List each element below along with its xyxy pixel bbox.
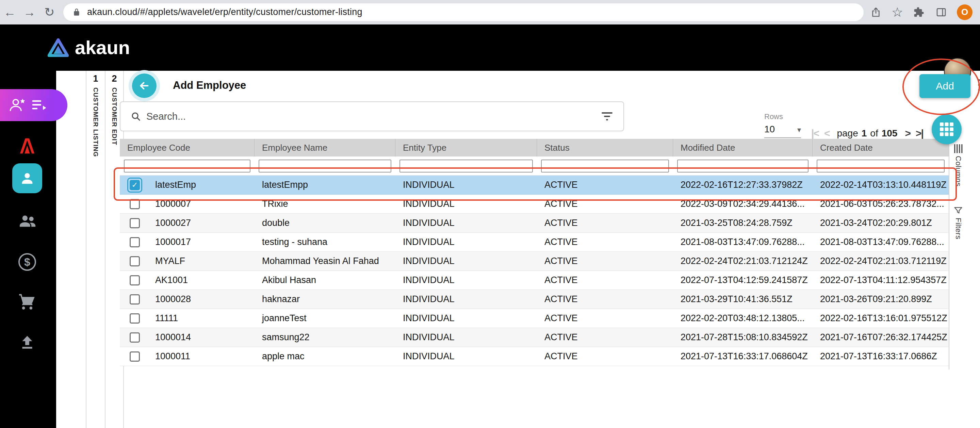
cell-created-date: 2021-03-26T09:21:20.899Z	[813, 290, 949, 309]
columns-icon[interactable]	[954, 144, 963, 153]
table-row[interactable]: AK1001 Akibul Hasan INDIVIDUAL ACTIVE 20…	[120, 271, 949, 290]
address-bar[interactable]: akaun.cloud/#/applets/wavelet/erp/entity…	[63, 3, 864, 21]
last-page-button[interactable]: >|	[916, 127, 923, 139]
filter-input-status[interactable]	[541, 159, 669, 172]
browser-back-icon[interactable]: ←	[0, 0, 20, 24]
cell-entity-type: INDIVIDUAL	[395, 233, 537, 251]
filter-input-entity-type[interactable]	[399, 159, 533, 172]
cell-employee-code: 1000017	[155, 237, 191, 247]
cell-employee-code: 1000014	[155, 332, 191, 343]
rows-per-page-select[interactable]: 10 ▾	[764, 124, 801, 138]
row-checkbox[interactable]	[130, 199, 140, 209]
akaun-logo-text: akaun	[75, 38, 130, 57]
tab-label: CUSTOMER LISTING	[92, 88, 99, 157]
cell-status: ACTIVE	[537, 233, 673, 251]
cell-modified-date: 2021-07-28T15:08:10.834592Z	[673, 328, 813, 347]
browser-profile-avatar[interactable]: O	[957, 5, 972, 20]
column-header-status[interactable]: Status	[537, 139, 673, 156]
filter-input-employee-code[interactable]	[124, 159, 250, 172]
of-label: of	[870, 128, 878, 139]
table-row[interactable]: 1000007 TRixie INDIVIDUAL ACTIVE 2022-03…	[120, 195, 949, 214]
back-arrow-icon	[138, 80, 150, 92]
row-checkbox[interactable]	[130, 313, 140, 323]
chevron-down-icon: ▾	[797, 126, 801, 134]
filter-list-icon[interactable]	[601, 111, 613, 121]
table-row[interactable]: 1000028 haknazar INDIVIDUAL ACTIVE 2021-…	[120, 290, 949, 309]
filters-toggle[interactable]: Filters	[954, 218, 963, 239]
cell-created-date: 2022-02-16T13:16:01.975512Z	[813, 309, 949, 328]
table-row[interactable]: 1000027 double INDIVIDUAL ACTIVE 2021-03…	[120, 214, 949, 233]
extensions-puzzle-icon[interactable]	[912, 5, 926, 19]
checkbox-ring	[127, 330, 142, 345]
row-checkbox[interactable]	[130, 333, 140, 343]
search-input[interactable]	[146, 111, 595, 122]
filters-funnel-icon[interactable]	[953, 205, 963, 215]
upload-applet-icon[interactable]	[18, 333, 37, 352]
cell-entity-type: INDIVIDUAL	[395, 214, 537, 232]
table-row[interactable]: 1000014 samsung22 INDIVIDUAL ACTIVE 2021…	[120, 328, 949, 347]
checkbox-ring	[127, 349, 142, 364]
bookmark-star-icon[interactable]: ☆	[891, 5, 903, 19]
back-button[interactable]	[132, 73, 156, 98]
add-button[interactable]: Add	[920, 74, 970, 98]
table-row[interactable]: 1000011 apple mac INDIVIDUAL ACTIVE 2021…	[120, 347, 949, 366]
share-icon[interactable]	[869, 5, 883, 19]
row-checkbox[interactable]	[130, 237, 140, 247]
playlist-icon	[32, 99, 46, 111]
side-panel-icon[interactable]	[934, 5, 948, 19]
rows-per-page-widget: Rows 10 ▾	[764, 112, 801, 138]
cell-created-date: 2021-03-24T02:20:29.801Z	[813, 214, 949, 232]
cell-created-date: 2021-07-13T16:33:17.0686Z	[813, 347, 949, 366]
table-row[interactable]: MYALF Mohammad Yeasin Al Fahad INDIVIDUA…	[120, 252, 949, 271]
cell-modified-date: 2022-02-16T12:27:33.37982Z	[673, 175, 813, 194]
dollar-applet-icon[interactable]: $	[18, 253, 36, 271]
filter-input-employee-name[interactable]	[259, 159, 391, 172]
prev-page-button[interactable]: <	[824, 127, 830, 139]
row-checkbox[interactable]: ✓	[130, 180, 140, 190]
kebab-menu-icon[interactable]: ⋮	[972, 76, 980, 93]
cell-employee-name: samsung22	[255, 328, 395, 347]
column-header-employee-name[interactable]: Employee Name	[255, 139, 395, 156]
grid-view-button[interactable]	[932, 114, 962, 144]
table-row[interactable]: 1000017 testing - suhana INDIVIDUAL ACTI…	[120, 233, 949, 252]
akaun-logo[interactable]: akaun	[48, 38, 130, 57]
cell-created-date: 2022-07-13T04:11:12.954357Z	[813, 271, 949, 290]
row-checkbox[interactable]	[130, 352, 140, 362]
checkbox-ring	[127, 311, 142, 326]
cell-employee-name: TRixie	[255, 195, 395, 213]
red-applet-icon[interactable]	[18, 136, 37, 155]
checkbox-ring	[127, 235, 142, 250]
column-header-entity-type[interactable]: Entity Type	[395, 139, 537, 156]
filter-input-modified-date[interactable]	[677, 159, 808, 172]
cell-entity-type: INDIVIDUAL	[395, 290, 537, 309]
row-checkbox[interactable]	[130, 256, 140, 266]
next-page-button[interactable]: >	[905, 127, 910, 139]
rows-value: 10	[764, 124, 775, 135]
cell-employee-code: 1000027	[155, 218, 191, 228]
row-checkbox[interactable]	[130, 294, 140, 304]
cell-employee-name: double	[255, 214, 395, 232]
column-header-created-date[interactable]: Created Date	[813, 139, 949, 156]
cell-created-date: 2021-08-03T13:47:09.76288...	[813, 233, 949, 251]
cell-employee-name: joanneTest	[255, 309, 395, 328]
browser-forward-icon[interactable]: →	[20, 0, 40, 24]
people-applet-icon[interactable]	[18, 212, 37, 231]
customer-applet-icon-active[interactable]	[12, 163, 42, 193]
filter-input-created-date[interactable]	[817, 159, 945, 172]
applet-switcher[interactable]	[0, 89, 67, 121]
cart-applet-icon[interactable]	[18, 293, 37, 312]
tab-customer-listing[interactable]: 1 CUSTOMER LISTING	[86, 71, 105, 428]
row-checkbox[interactable]	[130, 218, 140, 228]
cell-entity-type: INDIVIDUAL	[395, 309, 537, 328]
table-header-row: Employee Code Employee Name Entity Type …	[120, 139, 949, 156]
column-header-modified-date[interactable]: Modified Date	[673, 139, 813, 156]
first-page-button[interactable]: |<	[811, 127, 819, 139]
column-header-employee-code[interactable]: Employee Code	[120, 139, 255, 156]
table-row[interactable]: ✓ latestEmp latestEmpp INDIVIDUAL ACTIVE…	[120, 175, 949, 195]
columns-toggle[interactable]: Columns	[954, 156, 963, 186]
person-star-icon	[9, 97, 27, 113]
browser-reload-icon[interactable]: ↻	[40, 0, 59, 24]
table-row[interactable]: 11111 joanneTest INDIVIDUAL ACTIVE 2022-…	[120, 309, 949, 328]
cell-employee-code: 1000007	[155, 199, 191, 209]
row-checkbox[interactable]	[130, 275, 140, 285]
